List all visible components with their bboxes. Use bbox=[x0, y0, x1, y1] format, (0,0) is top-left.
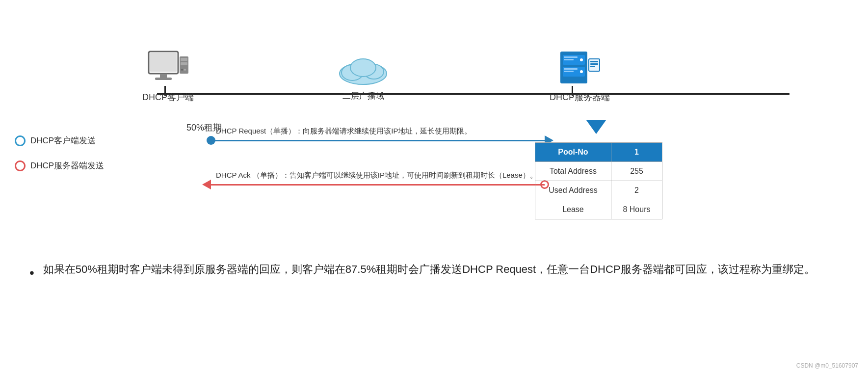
svg-point-8 bbox=[184, 69, 186, 71]
svg-rect-20 bbox=[564, 68, 578, 70]
table-row: Lease 8 Hours bbox=[535, 200, 662, 219]
svg-rect-1 bbox=[150, 53, 177, 72]
table-row: Used Address 2 bbox=[535, 181, 662, 200]
svg-rect-2 bbox=[160, 74, 167, 78]
msg2-area: DHCP Ack （单播）：告知客户端可以继续使用该IP地址，可使用时间刷新到租… bbox=[211, 169, 545, 186]
cloud-label: 二层广播域 bbox=[342, 90, 384, 102]
csdn-watermark: CSDN @m0_51607907 bbox=[796, 362, 858, 369]
msg1-text: DHCP Request（单播）：向服务器端请求继续使用该IP地址，延长使用期限… bbox=[211, 125, 545, 137]
computer-icon bbox=[146, 49, 190, 88]
svg-rect-5 bbox=[181, 58, 187, 61]
legend-circle-blue bbox=[15, 135, 26, 146]
arrow-left-head bbox=[202, 180, 211, 189]
diagram-area: DHCP客户端 二层广播域 bbox=[0, 10, 868, 245]
down-arrow-icon bbox=[586, 120, 606, 134]
table-cell-lease-label: Lease bbox=[535, 200, 611, 219]
legend: DHCP客户端发送 DHCP服务器端发送 bbox=[15, 135, 104, 185]
baseline bbox=[157, 93, 789, 95]
server-icon bbox=[558, 49, 602, 88]
svg-rect-22 bbox=[589, 59, 600, 71]
cloud-icon bbox=[334, 54, 393, 88]
arrow-line-blue bbox=[211, 140, 545, 141]
cloud-area: 二层广播域 bbox=[334, 54, 393, 102]
client-label: DHCP客户端 bbox=[142, 91, 194, 103]
client-icon-area: DHCP客户端 bbox=[142, 49, 194, 103]
svg-point-7 bbox=[181, 69, 183, 71]
table-row: Total Address 255 bbox=[535, 162, 662, 181]
svg-point-17 bbox=[580, 70, 583, 73]
msg1-area: DHCP Request（单播）：向服务器端请求继续使用该IP地址，延长使用期限… bbox=[211, 125, 545, 141]
pool-header-col1: Pool-No bbox=[535, 143, 611, 162]
svg-rect-18 bbox=[564, 56, 578, 58]
svg-rect-19 bbox=[564, 59, 574, 60]
main-container: DHCP客户端 二层广播域 bbox=[0, 0, 868, 373]
legend-label-server: DHCP服务器端发送 bbox=[30, 160, 104, 171]
table-cell-used-label: Used Address bbox=[535, 181, 611, 200]
legend-item-server: DHCP服务器端发送 bbox=[15, 160, 104, 171]
arrow-line-red bbox=[211, 184, 545, 186]
server-icon-area: DHCP服务器端 bbox=[550, 49, 610, 103]
svg-rect-24 bbox=[590, 63, 598, 65]
svg-rect-3 bbox=[155, 78, 172, 80]
pool-header-col2: 1 bbox=[611, 143, 662, 162]
table-cell-total-label: Total Address bbox=[535, 162, 611, 181]
msg2-text: DHCP Ack （单播）：告知客户端可以继续使用该IP地址，可使用时间刷新到租… bbox=[211, 169, 545, 181]
bottom-text-area: • 如果在50%租期时客户端未得到原服务器端的回应，则客户端在87.5%租期时会… bbox=[0, 245, 868, 299]
svg-point-16 bbox=[580, 58, 583, 61]
legend-circle-red bbox=[15, 160, 26, 171]
legend-label-client: DHCP客户端发送 bbox=[30, 135, 96, 146]
svg-rect-6 bbox=[181, 62, 187, 65]
bullet-dot: • bbox=[29, 261, 34, 285]
legend-item-client: DHCP客户端发送 bbox=[15, 135, 104, 146]
svg-rect-25 bbox=[590, 66, 595, 67]
svg-rect-23 bbox=[590, 61, 598, 62]
pool-table: Pool-No 1 Total Address 255 Used Address… bbox=[535, 142, 662, 219]
server-label: DHCP服务器端 bbox=[550, 91, 610, 103]
circle-blue-filled bbox=[207, 136, 215, 145]
table-cell-used-value: 2 bbox=[611, 181, 662, 200]
svg-rect-21 bbox=[564, 71, 574, 72]
bullet-item-1: • 如果在50%租期时客户端未得到原服务器端的回应，则客户端在87.5%租期时会… bbox=[29, 260, 839, 285]
svg-point-12 bbox=[350, 59, 376, 77]
table-cell-total-value: 255 bbox=[611, 162, 662, 181]
bullet-text-1: 如果在50%租期时客户端未得到原服务器端的回应，则客户端在87.5%租期时会广播… bbox=[43, 260, 815, 278]
table-cell-lease-value: 8 Hours bbox=[611, 200, 662, 219]
